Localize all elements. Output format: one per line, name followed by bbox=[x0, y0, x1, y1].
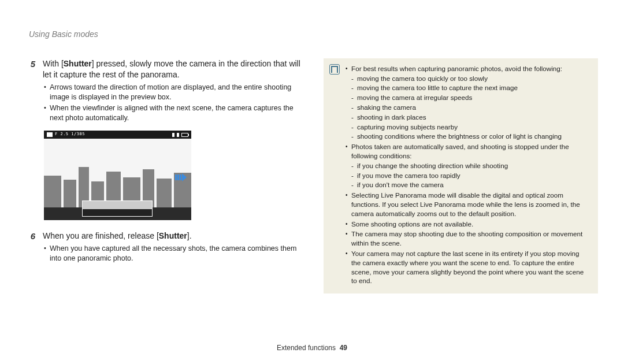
step-number: 6 bbox=[29, 231, 37, 265]
plain-text: With [ bbox=[43, 59, 64, 68]
camera-preview-illustration: F 2.5 1/305 bbox=[44, 131, 191, 220]
note-sub-list: if you change the shooting direction whi… bbox=[351, 161, 590, 190]
note-icon bbox=[329, 64, 340, 75]
battery-icon bbox=[181, 133, 188, 137]
step-body: With [Shutter] pressed, slowly move the … bbox=[43, 58, 306, 125]
section-header: Using Basic modes bbox=[29, 29, 598, 40]
note-sub-item: moving the camera too quickly or too slo… bbox=[351, 74, 590, 83]
preview-viewport bbox=[44, 139, 191, 220]
right-column: For best results when capturing panorami… bbox=[324, 58, 598, 294]
flash-icon bbox=[177, 133, 179, 137]
exposure-label: F 2.5 1/305 bbox=[55, 132, 85, 137]
preview-top-bar: F 2.5 1/305 bbox=[44, 131, 191, 139]
step-6: 6 When you are finished, release [Shutte… bbox=[29, 231, 306, 265]
note-item: Some shooting options are not available. bbox=[346, 220, 590, 229]
note-item: The camera may stop shooting due to the … bbox=[346, 229, 590, 248]
panorama-preview-box bbox=[82, 200, 153, 217]
plain-text: ]. bbox=[187, 231, 192, 240]
note-list: For best results when capturing panorami… bbox=[346, 64, 590, 285]
note-sub-item: shooting conditions where the brightness… bbox=[351, 132, 590, 141]
note-sub-item: moving the camera too little to capture … bbox=[351, 83, 590, 92]
content-columns: 5 With [Shutter] pressed, slowly move th… bbox=[29, 58, 598, 294]
shutter-key-label: Shutter bbox=[159, 231, 187, 240]
shutter-key-label: Shutter bbox=[64, 59, 92, 68]
note-sub-list: moving the camera too quickly or too slo… bbox=[351, 74, 590, 142]
step-number: 5 bbox=[29, 58, 37, 125]
mode-icon bbox=[47, 132, 53, 137]
note-sub-item: shooting in dark places bbox=[351, 113, 590, 122]
page-number: 49 bbox=[340, 344, 347, 352]
note-item: For best results when capturing panorami… bbox=[346, 64, 590, 141]
note-item: Selecting Live Panorama mode will disabl… bbox=[346, 191, 590, 218]
note-sub-item: moving the camera at irregular speeds bbox=[351, 93, 590, 102]
chapter-label: Extended functions bbox=[277, 344, 336, 352]
list-item: When the viewfinder is aligned with the … bbox=[43, 103, 306, 123]
storage-icon bbox=[172, 133, 174, 137]
list-item: When you have captured all the necessary… bbox=[43, 244, 306, 263]
step-title: When you are finished, release [Shutter]… bbox=[43, 231, 306, 242]
step-5: 5 With [Shutter] pressed, slowly move th… bbox=[29, 58, 306, 125]
note-item: Photos taken are automatically saved, an… bbox=[346, 142, 590, 190]
note-sub-item: shaking the camera bbox=[351, 103, 590, 112]
step-body: When you are finished, release [Shutter]… bbox=[43, 231, 306, 265]
note-sub-item: if you change the shooting direction whi… bbox=[351, 161, 590, 170]
note-content: For best results when capturing panorami… bbox=[346, 64, 590, 287]
step5-bullets: Arrows toward the direction of motion ar… bbox=[43, 83, 306, 124]
note-sub-item: if you don't move the camera bbox=[351, 180, 590, 190]
list-item: Arrows toward the direction of motion ar… bbox=[43, 83, 306, 102]
direction-arrow-icon bbox=[175, 173, 188, 181]
left-column: 5 With [Shutter] pressed, slowly move th… bbox=[29, 58, 306, 270]
note-sub-item: if you move the camera too rapidly bbox=[351, 171, 590, 180]
step-title: With [Shutter] pressed, slowly move the … bbox=[43, 58, 306, 80]
plain-text: When you are finished, release [ bbox=[43, 231, 159, 240]
note-box: For best results when capturing panorami… bbox=[324, 58, 598, 294]
page-footer: Extended functions 49 bbox=[0, 343, 624, 352]
note-sub-item: capturing moving subjects nearby bbox=[351, 122, 590, 132]
step6-bullets: When you have captured all the necessary… bbox=[43, 244, 306, 263]
note-item: Your camera may not capture the last sce… bbox=[346, 249, 590, 285]
